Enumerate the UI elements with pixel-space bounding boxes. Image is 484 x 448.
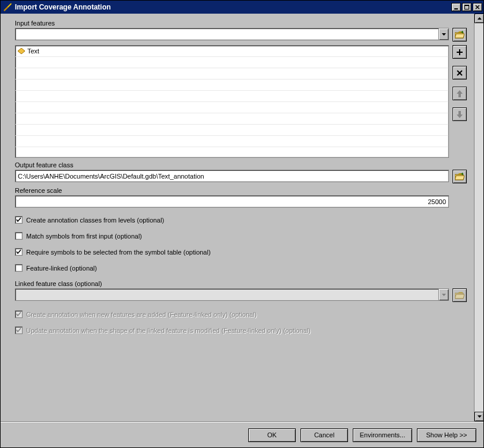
- vertical-scrollbar[interactable]: [474, 14, 483, 421]
- check-icon: [16, 328, 21, 333]
- list-item[interactable]: [15, 91, 448, 102]
- remove-item-button[interactable]: [453, 66, 467, 80]
- environments-button[interactable]: Environments...: [353, 428, 412, 442]
- svg-marker-17: [457, 111, 463, 118]
- svg-rect-4: [464, 5, 469, 6]
- features-listbox[interactable]: Text: [15, 45, 449, 158]
- checkbox-row: Create annotation classes from levels (o…: [15, 216, 467, 224]
- svg-marker-10: [455, 34, 464, 38]
- input-features-dropdown-button[interactable]: [438, 28, 448, 40]
- create-on-new-label: Create annotation when new features are …: [26, 311, 257, 318]
- content: Input features: [1, 14, 474, 421]
- svg-marker-7: [442, 33, 446, 36]
- add-item-button[interactable]: [453, 45, 467, 59]
- titlebar: Import Coverage Annotation: [1, 1, 483, 14]
- match-symbols-checkbox[interactable]: [15, 232, 23, 240]
- check-icon: [16, 217, 21, 223]
- list-item-label: Text: [27, 47, 39, 55]
- dialog-footer: OK Cancel Environments... Show Help >>: [1, 422, 483, 447]
- cancel-button[interactable]: Cancel: [300, 428, 348, 442]
- scroll-up-button[interactable]: [474, 14, 483, 23]
- feature-linked-checkbox[interactable]: [15, 264, 23, 272]
- create-on-new-checkbox: [15, 310, 23, 318]
- linked-feature-class-input: [15, 291, 438, 298]
- svg-line-1: [4, 7, 8, 11]
- minimize-button[interactable]: [451, 3, 461, 11]
- check-icon: [16, 249, 21, 255]
- list-rows: Text: [15, 46, 448, 157]
- client-area: Input features: [1, 14, 483, 447]
- window-title: Import Coverage Annotation: [15, 3, 451, 11]
- checkbox-row: Feature-linked (optional): [15, 264, 467, 272]
- update-on-shape-label: Update annotation when the shape of the …: [26, 327, 311, 334]
- reference-scale-input[interactable]: [15, 195, 449, 208]
- list-item[interactable]: [15, 68, 448, 80]
- output-feature-class-label: Output feature class: [15, 161, 467, 169]
- list-item[interactable]: [15, 113, 448, 125]
- checkbox-row: Create annotation when new features are …: [15, 310, 467, 318]
- app-icon: [3, 2, 12, 12]
- scroll-down-button[interactable]: [474, 412, 483, 421]
- scroll-area: Input features: [1, 14, 483, 421]
- svg-marker-24: [455, 294, 464, 298]
- check-icon: [16, 312, 21, 317]
- feature-class-icon: [18, 48, 25, 54]
- list-item[interactable]: [15, 80, 448, 91]
- dialog-window: Import Coverage Annotation Input feature…: [0, 0, 484, 448]
- svg-marker-11: [18, 48, 25, 54]
- ok-button[interactable]: OK: [248, 428, 296, 442]
- svg-marker-20: [455, 176, 464, 180]
- window-buttons: [451, 3, 482, 11]
- svg-rect-13: [457, 52, 463, 53]
- linked-feature-class-label: Linked feature class (optional): [15, 280, 467, 287]
- require-symbols-label: Require symbols to be selected from the …: [26, 249, 211, 256]
- create-classes-label: Create annotation classes from levels (o…: [26, 217, 164, 224]
- require-symbols-checkbox[interactable]: [15, 248, 23, 256]
- list-item[interactable]: [15, 136, 448, 147]
- list-item[interactable]: [15, 147, 448, 158]
- create-classes-checkbox[interactable]: [15, 216, 23, 224]
- svg-marker-21: [442, 294, 446, 296]
- list-item[interactable]: [15, 102, 448, 113]
- list-buttons-column: [453, 45, 467, 158]
- linked-feature-class-combo: [15, 288, 449, 301]
- checkbox-row: Match symbols from first input (optional…: [15, 232, 467, 240]
- input-features-input[interactable]: [15, 31, 438, 38]
- checkbox-row: Require symbols to be selected from the …: [15, 248, 467, 256]
- show-help-button[interactable]: Show Help >>: [417, 428, 476, 442]
- update-on-shape-checkbox: [15, 326, 23, 334]
- input-features-label: Input features: [15, 20, 467, 27]
- svg-marker-16: [457, 90, 463, 97]
- svg-marker-25: [477, 17, 482, 20]
- checkbox-row: Update annotation when the shape of the …: [15, 326, 467, 334]
- svg-marker-26: [477, 415, 482, 418]
- reference-scale-label: Reference scale: [15, 187, 467, 194]
- move-down-button[interactable]: [453, 107, 467, 121]
- feature-linked-label: Feature-linked (optional): [26, 265, 97, 272]
- linked-feature-class-dropdown-button: [438, 289, 448, 300]
- output-feature-class-browse-button[interactable]: [453, 170, 467, 183]
- linked-feature-class-browse-button: [453, 288, 467, 302]
- close-button[interactable]: [473, 3, 482, 11]
- list-item[interactable]: Text: [15, 46, 448, 57]
- output-feature-class-input[interactable]: [15, 170, 449, 182]
- input-features-combo[interactable]: [15, 28, 449, 40]
- list-item[interactable]: [15, 57, 448, 68]
- move-up-button[interactable]: [453, 87, 467, 100]
- input-features-browse-button[interactable]: [453, 28, 467, 42]
- list-item[interactable]: [15, 125, 448, 136]
- maximize-button[interactable]: [462, 3, 472, 11]
- svg-rect-2: [454, 8, 458, 9]
- match-symbols-label: Match symbols from first input (optional…: [26, 233, 142, 240]
